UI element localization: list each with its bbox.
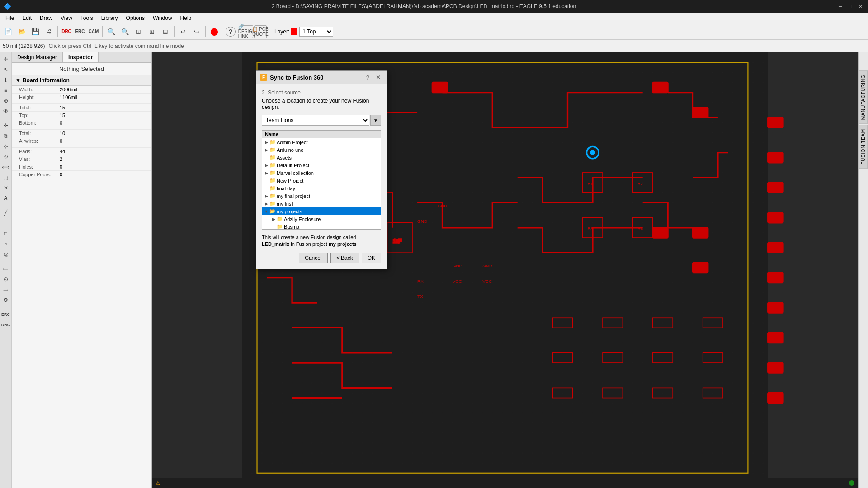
tree-item-admin[interactable]: ▶ 📁 Admin Project — [262, 138, 381, 146]
folder-icon: 📁 — [269, 185, 276, 191]
expand-icon: ▶ — [264, 202, 269, 206]
circle-tool[interactable]: ○ — [1, 239, 11, 249]
delete-tool[interactable]: ✕ — [1, 183, 11, 193]
svg-text:VCC: VCC — [453, 279, 462, 284]
tree-item-newproject[interactable]: ▶ 📁 New Project — [262, 177, 381, 184]
tree-item-default[interactable]: ▶ 📁 Default Project — [262, 161, 381, 169]
menu-options[interactable]: Options — [123, 14, 148, 22]
zoom-out-btn[interactable]: 🔍 — [118, 25, 131, 38]
new-btn[interactable]: 📄 — [2, 25, 14, 38]
menubar: File Edit Draw View Tools Library Option… — [0, 13, 868, 23]
zoom-select-btn[interactable]: ⊞ — [146, 25, 158, 38]
menu-file[interactable]: File — [2, 14, 18, 22]
mirror-tool[interactable]: ⟺ — [1, 162, 11, 172]
auto-tool[interactable]: ⚙ — [1, 295, 11, 305]
route-tool[interactable]: ⟝ — [1, 264, 11, 274]
svg-rect-9 — [653, 82, 668, 92]
redo-btn[interactable]: ↪ — [190, 25, 203, 38]
menu-library[interactable]: Library — [98, 14, 122, 22]
command-hint: Click or press Ctrl+L key to activate co… — [48, 43, 184, 49]
tree-item-myprojects[interactable]: ▼ 📂 my projects — [262, 207, 381, 215]
menu-edit[interactable]: Edit — [19, 14, 35, 22]
expand-icon: ▶ — [264, 148, 269, 152]
maximize-button[interactable]: □ — [846, 2, 854, 10]
tab-design-manager[interactable]: Design Manager — [12, 52, 63, 62]
dialog-titlebar: F Sync to Fusion 360 ? ✕ — [256, 71, 387, 84]
ripup-tool[interactable]: ⟞ — [1, 285, 11, 295]
expand-icon: ▶ — [264, 163, 269, 168]
tree-item-basma[interactable]: ▶ 📁 Basma — [262, 223, 381, 230]
dialog-footer-text: This will create a new Fusion design cal… — [262, 234, 381, 248]
tree-item-arduino[interactable]: ▶ 📁 Arduino uno — [262, 146, 381, 154]
cancel-button[interactable]: Cancel — [299, 253, 327, 263]
dialog-close-button[interactable]: ✕ — [374, 74, 383, 81]
svg-rect-13 — [693, 263, 708, 272]
add-tool[interactable]: ✛ — [1, 121, 11, 131]
folder-icon: 📁 — [269, 155, 276, 160]
tree-item-finalday[interactable]: ▶ 📁 final day — [262, 184, 381, 192]
tree-item-marvel[interactable]: ▶ 📁 Marvel collection — [262, 169, 381, 177]
back-button[interactable]: < Back — [330, 253, 359, 263]
copy-tool[interactable]: ⧉ — [1, 131, 11, 141]
move2-tool[interactable]: ⊹ — [1, 141, 11, 151]
layer-tool[interactable]: ≡ — [1, 85, 11, 95]
select-tool[interactable]: ✛ — [1, 54, 11, 64]
design-link-btn[interactable]: 🔗 DESIGN LINK — [241, 25, 253, 38]
minimize-button[interactable]: ─ — [836, 2, 844, 10]
via-tool[interactable]: ⊙ — [1, 274, 11, 284]
tab-manufacturing[interactable]: MANUFACTURING — [859, 70, 868, 124]
open-btn[interactable]: 📂 — [15, 25, 28, 38]
menu-help[interactable]: Help — [177, 14, 195, 22]
undo-btn[interactable]: ↩ — [177, 25, 189, 38]
pcb-quote-btn[interactable]: 📋 PCB QUOTE — [254, 25, 267, 38]
eye-tool[interactable]: 👁 — [1, 106, 11, 116]
group-tool[interactable]: ⬚ — [1, 173, 11, 183]
info-tool[interactable]: ℹ — [1, 75, 11, 85]
item-label: Basma — [284, 224, 299, 230]
erc-btn[interactable]: ERC — [74, 25, 86, 38]
dialog-team-dropdown[interactable]: Team Lions Personal — [262, 115, 369, 126]
tab-inspector[interactable]: Inspector — [63, 52, 99, 62]
menu-window[interactable]: Window — [149, 14, 176, 22]
zoom-board-btn[interactable]: ⊟ — [159, 25, 172, 38]
svg-text:R4: R4 — [638, 226, 643, 231]
layer-selector: Layer: 1 Top 2 Bottom 16 Bpad — [274, 27, 333, 37]
folder-icon: 📁 — [269, 139, 276, 145]
circle2-tool[interactable]: ◎ — [1, 249, 11, 259]
help-btn[interactable]: ? — [226, 27, 236, 37]
zoom-fit-btn[interactable]: ⊡ — [132, 25, 145, 38]
menu-view[interactable]: View — [57, 14, 76, 22]
zoom-in-btn[interactable]: 🔍 — [105, 25, 118, 38]
tree-item-myfinal[interactable]: ▶ 📁 my final project — [262, 192, 381, 200]
draw-tool[interactable]: ╱ — [1, 208, 11, 218]
stop-btn[interactable]: ⬤ — [208, 25, 221, 38]
erc-side-tool[interactable]: ERC — [1, 310, 11, 319]
tree-item-adzily[interactable]: ▶ 📁 Adzily Enclosure — [262, 215, 381, 223]
menu-tools[interactable]: Tools — [77, 14, 97, 22]
close-button[interactable]: ✕ — [856, 2, 864, 10]
layer-dropdown[interactable]: 1 Top 2 Bottom 16 Bpad — [299, 27, 333, 37]
tab-fusion-team[interactable]: FUSION TEAM — [859, 125, 868, 169]
crosshair-tool[interactable]: ⊕ — [1, 96, 11, 106]
tree-item-assets[interactable]: ▶ 📁 Assets — [262, 154, 381, 161]
dialog-dropdown-expand[interactable]: ▼ — [370, 115, 381, 126]
rect-tool[interactable]: □ — [1, 229, 11, 239]
move-tool[interactable]: ↖ — [1, 65, 11, 75]
menu-draw[interactable]: Draw — [36, 14, 56, 22]
cam-btn[interactable]: CAM — [87, 25, 100, 38]
tree-item-myfirst[interactable]: ▶ 📁 my frisT — [262, 200, 381, 207]
text-tool[interactable]: A — [1, 193, 11, 203]
section-board-info[interactable]: ▼ Board Information — [12, 75, 151, 86]
drc-side-tool[interactable]: DRC — [1, 320, 11, 330]
rotate-tool[interactable]: ↻ — [1, 152, 11, 162]
svg-text:R2: R2 — [638, 182, 643, 186]
item-label: Arduino uno — [277, 147, 303, 153]
print-btn[interactable]: 🖨 — [42, 25, 55, 38]
save-btn[interactable]: 💾 — [29, 25, 42, 38]
arc-tool[interactable]: ⌒ — [1, 218, 11, 228]
dialog-tree[interactable]: Name ▶ 📁 Admin Project ▶ 📁 Arduino uno ▶… — [262, 130, 381, 230]
drc-btn[interactable]: DRC — [60, 25, 73, 38]
canvas-area[interactable]: 1uF GN — [152, 52, 858, 488]
ok-button[interactable]: OK — [362, 253, 381, 263]
dialog-help-button[interactable]: ? — [364, 74, 371, 81]
